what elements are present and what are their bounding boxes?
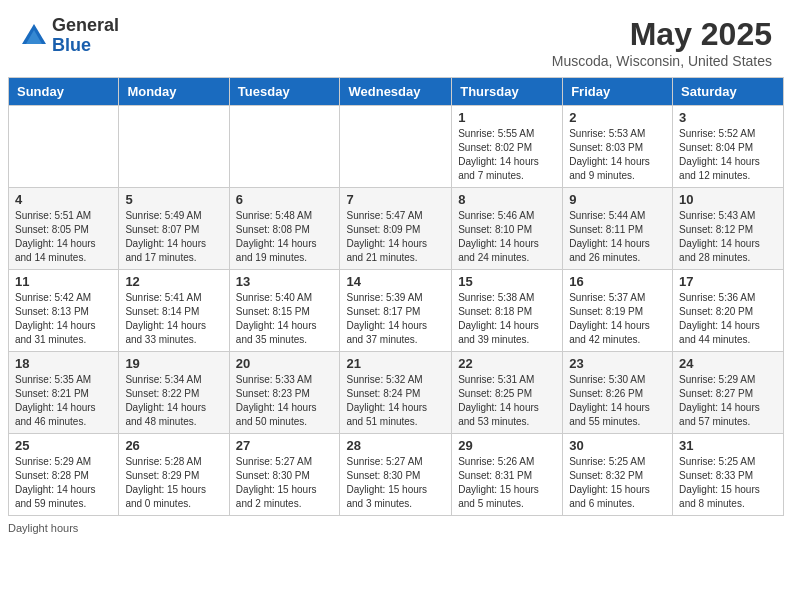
day-number: 26 (125, 438, 222, 453)
day-content: Sunrise: 5:47 AM Sunset: 8:09 PM Dayligh… (346, 209, 445, 265)
day-number: 16 (569, 274, 666, 289)
week-row-4: 18Sunrise: 5:35 AM Sunset: 8:21 PM Dayli… (9, 352, 784, 434)
calendar-cell (340, 106, 452, 188)
calendar-cell: 21Sunrise: 5:32 AM Sunset: 8:24 PM Dayli… (340, 352, 452, 434)
calendar-cell: 17Sunrise: 5:36 AM Sunset: 8:20 PM Dayli… (673, 270, 784, 352)
calendar-cell: 5Sunrise: 5:49 AM Sunset: 8:07 PM Daylig… (119, 188, 229, 270)
day-content: Sunrise: 5:37 AM Sunset: 8:19 PM Dayligh… (569, 291, 666, 347)
calendar-cell: 11Sunrise: 5:42 AM Sunset: 8:13 PM Dayli… (9, 270, 119, 352)
day-number: 30 (569, 438, 666, 453)
day-content: Sunrise: 5:48 AM Sunset: 8:08 PM Dayligh… (236, 209, 334, 265)
day-header-monday: Monday (119, 78, 229, 106)
title-section: May 2025 Muscoda, Wisconsin, United Stat… (552, 16, 772, 69)
calendar-cell: 1Sunrise: 5:55 AM Sunset: 8:02 PM Daylig… (452, 106, 563, 188)
day-content: Sunrise: 5:29 AM Sunset: 8:28 PM Dayligh… (15, 455, 112, 511)
calendar-cell (119, 106, 229, 188)
day-number: 13 (236, 274, 334, 289)
day-number: 7 (346, 192, 445, 207)
calendar-cell: 19Sunrise: 5:34 AM Sunset: 8:22 PM Dayli… (119, 352, 229, 434)
location-subtitle: Muscoda, Wisconsin, United States (552, 53, 772, 69)
day-number: 4 (15, 192, 112, 207)
day-number: 8 (458, 192, 556, 207)
day-content: Sunrise: 5:32 AM Sunset: 8:24 PM Dayligh… (346, 373, 445, 429)
calendar-cell: 23Sunrise: 5:30 AM Sunset: 8:26 PM Dayli… (563, 352, 673, 434)
calendar-cell: 4Sunrise: 5:51 AM Sunset: 8:05 PM Daylig… (9, 188, 119, 270)
logo-general-text: General (52, 16, 119, 36)
day-number: 15 (458, 274, 556, 289)
day-content: Sunrise: 5:53 AM Sunset: 8:03 PM Dayligh… (569, 127, 666, 183)
day-content: Sunrise: 5:35 AM Sunset: 8:21 PM Dayligh… (15, 373, 112, 429)
day-content: Sunrise: 5:46 AM Sunset: 8:10 PM Dayligh… (458, 209, 556, 265)
week-row-2: 4Sunrise: 5:51 AM Sunset: 8:05 PM Daylig… (9, 188, 784, 270)
day-number: 24 (679, 356, 777, 371)
day-content: Sunrise: 5:39 AM Sunset: 8:17 PM Dayligh… (346, 291, 445, 347)
calendar-cell: 16Sunrise: 5:37 AM Sunset: 8:19 PM Dayli… (563, 270, 673, 352)
day-header-wednesday: Wednesday (340, 78, 452, 106)
calendar-cell (9, 106, 119, 188)
calendar-cell: 13Sunrise: 5:40 AM Sunset: 8:15 PM Dayli… (229, 270, 340, 352)
day-content: Sunrise: 5:25 AM Sunset: 8:32 PM Dayligh… (569, 455, 666, 511)
day-content: Sunrise: 5:40 AM Sunset: 8:15 PM Dayligh… (236, 291, 334, 347)
week-row-1: 1Sunrise: 5:55 AM Sunset: 8:02 PM Daylig… (9, 106, 784, 188)
calendar-cell: 25Sunrise: 5:29 AM Sunset: 8:28 PM Dayli… (9, 434, 119, 516)
day-number: 17 (679, 274, 777, 289)
day-number: 10 (679, 192, 777, 207)
day-content: Sunrise: 5:36 AM Sunset: 8:20 PM Dayligh… (679, 291, 777, 347)
day-content: Sunrise: 5:25 AM Sunset: 8:33 PM Dayligh… (679, 455, 777, 511)
day-content: Sunrise: 5:38 AM Sunset: 8:18 PM Dayligh… (458, 291, 556, 347)
day-content: Sunrise: 5:31 AM Sunset: 8:25 PM Dayligh… (458, 373, 556, 429)
day-number: 21 (346, 356, 445, 371)
day-header-saturday: Saturday (673, 78, 784, 106)
day-content: Sunrise: 5:34 AM Sunset: 8:22 PM Dayligh… (125, 373, 222, 429)
calendar-cell: 22Sunrise: 5:31 AM Sunset: 8:25 PM Dayli… (452, 352, 563, 434)
day-number: 18 (15, 356, 112, 371)
week-row-3: 11Sunrise: 5:42 AM Sunset: 8:13 PM Dayli… (9, 270, 784, 352)
calendar-cell: 14Sunrise: 5:39 AM Sunset: 8:17 PM Dayli… (340, 270, 452, 352)
day-content: Sunrise: 5:30 AM Sunset: 8:26 PM Dayligh… (569, 373, 666, 429)
calendar-cell: 29Sunrise: 5:26 AM Sunset: 8:31 PM Dayli… (452, 434, 563, 516)
month-title: May 2025 (552, 16, 772, 53)
calendar-cell: 7Sunrise: 5:47 AM Sunset: 8:09 PM Daylig… (340, 188, 452, 270)
calendar-cell: 28Sunrise: 5:27 AM Sunset: 8:30 PM Dayli… (340, 434, 452, 516)
calendar-cell: 12Sunrise: 5:41 AM Sunset: 8:14 PM Dayli… (119, 270, 229, 352)
calendar-cell: 9Sunrise: 5:44 AM Sunset: 8:11 PM Daylig… (563, 188, 673, 270)
logo-icon (20, 22, 48, 50)
day-header-friday: Friday (563, 78, 673, 106)
day-number: 22 (458, 356, 556, 371)
day-number: 1 (458, 110, 556, 125)
day-number: 20 (236, 356, 334, 371)
calendar-cell: 3Sunrise: 5:52 AM Sunset: 8:04 PM Daylig… (673, 106, 784, 188)
calendar-cell: 10Sunrise: 5:43 AM Sunset: 8:12 PM Dayli… (673, 188, 784, 270)
day-content: Sunrise: 5:26 AM Sunset: 8:31 PM Dayligh… (458, 455, 556, 511)
calendar-cell: 24Sunrise: 5:29 AM Sunset: 8:27 PM Dayli… (673, 352, 784, 434)
day-number: 9 (569, 192, 666, 207)
logo-blue-text: Blue (52, 36, 119, 56)
day-content: Sunrise: 5:43 AM Sunset: 8:12 PM Dayligh… (679, 209, 777, 265)
day-number: 23 (569, 356, 666, 371)
day-number: 3 (679, 110, 777, 125)
day-content: Sunrise: 5:44 AM Sunset: 8:11 PM Dayligh… (569, 209, 666, 265)
day-number: 29 (458, 438, 556, 453)
calendar-cell: 15Sunrise: 5:38 AM Sunset: 8:18 PM Dayli… (452, 270, 563, 352)
day-header-sunday: Sunday (9, 78, 119, 106)
calendar-cell: 31Sunrise: 5:25 AM Sunset: 8:33 PM Dayli… (673, 434, 784, 516)
day-content: Sunrise: 5:52 AM Sunset: 8:04 PM Dayligh… (679, 127, 777, 183)
calendar-cell: 2Sunrise: 5:53 AM Sunset: 8:03 PM Daylig… (563, 106, 673, 188)
day-content: Sunrise: 5:28 AM Sunset: 8:29 PM Dayligh… (125, 455, 222, 511)
day-number: 5 (125, 192, 222, 207)
calendar-cell (229, 106, 340, 188)
day-content: Sunrise: 5:55 AM Sunset: 8:02 PM Dayligh… (458, 127, 556, 183)
calendar-cell: 6Sunrise: 5:48 AM Sunset: 8:08 PM Daylig… (229, 188, 340, 270)
day-header-tuesday: Tuesday (229, 78, 340, 106)
day-content: Sunrise: 5:49 AM Sunset: 8:07 PM Dayligh… (125, 209, 222, 265)
day-header-thursday: Thursday (452, 78, 563, 106)
calendar-cell: 18Sunrise: 5:35 AM Sunset: 8:21 PM Dayli… (9, 352, 119, 434)
day-number: 12 (125, 274, 222, 289)
calendar-cell: 20Sunrise: 5:33 AM Sunset: 8:23 PM Dayli… (229, 352, 340, 434)
day-header-row: SundayMondayTuesdayWednesdayThursdayFrid… (9, 78, 784, 106)
day-number: 11 (15, 274, 112, 289)
calendar-table: SundayMondayTuesdayWednesdayThursdayFrid… (8, 77, 784, 516)
day-number: 25 (15, 438, 112, 453)
week-row-5: 25Sunrise: 5:29 AM Sunset: 8:28 PM Dayli… (9, 434, 784, 516)
calendar-cell: 27Sunrise: 5:27 AM Sunset: 8:30 PM Dayli… (229, 434, 340, 516)
